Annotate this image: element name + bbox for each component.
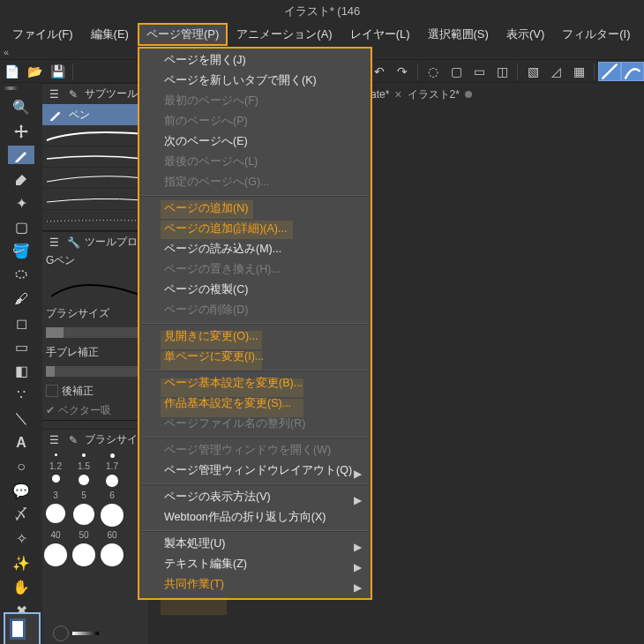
save-icon[interactable]: 💾 xyxy=(46,62,69,81)
size-swatch[interactable] xyxy=(44,453,67,458)
submenu-arrow-icon: ▶ xyxy=(354,464,362,484)
knife-tool-icon[interactable]: 〆 xyxy=(11,505,31,524)
text-tool-icon[interactable]: A xyxy=(11,433,31,452)
menu-file[interactable]: ファイル(F) xyxy=(4,23,82,46)
zoom-tool-icon[interactable]: 🔍 xyxy=(11,98,31,116)
preset-label: Gペン xyxy=(46,253,75,268)
palette-grip[interactable] xyxy=(4,86,39,90)
menu-last-page: 最後のページへ(L) xyxy=(139,152,371,172)
eraser-tool-icon[interactable] xyxy=(11,169,31,188)
menu-single[interactable]: 単ページに変更(I)... xyxy=(139,347,371,367)
wand-tool-icon[interactable]: ✨ xyxy=(11,553,31,572)
snap-grid-icon[interactable]: ▦ xyxy=(567,62,590,81)
size-swatch[interactable] xyxy=(101,453,124,458)
menu-open-new-tab[interactable]: ページを新しいタブで開く(K) xyxy=(139,71,371,91)
stabilization-row[interactable]: 手ブレ補正 xyxy=(42,342,148,362)
menu-open-page[interactable]: ページを開く(J) xyxy=(139,50,371,71)
snap-square-icon[interactable]: ▧ xyxy=(521,62,544,81)
sparkle-tool-icon[interactable]: ✦ xyxy=(11,194,31,213)
menu-work-settings[interactable]: 作品基本設定を変更(S)... xyxy=(139,393,371,414)
size-swatch[interactable] xyxy=(72,543,95,566)
redo-icon[interactable]: ↷ xyxy=(391,62,414,81)
circle-icon[interactable] xyxy=(53,625,69,641)
menu-goto-page: 指定のページへ(G)... xyxy=(139,172,371,192)
menu-del-page: ページの削除(D) xyxy=(139,300,371,320)
menu-dup-page[interactable]: ページの複製(C) xyxy=(139,280,371,300)
size-swatch[interactable] xyxy=(72,453,95,458)
stroke-preview[interactable] xyxy=(42,168,148,189)
menu-view[interactable]: 表示(V) xyxy=(498,23,553,46)
menu-add-page-detail[interactable]: ページの追加(詳細)(A)... xyxy=(139,219,371,239)
invert-icon[interactable]: ◫ xyxy=(490,62,513,81)
pen-tool-icon[interactable] xyxy=(8,146,34,164)
menu-webtoon[interactable]: Webtoon作品の折り返し方向(X) xyxy=(139,507,371,528)
panel-grip-icon[interactable]: ☰ xyxy=(46,86,62,102)
menu-load-page[interactable]: ページの読み込み(M)... xyxy=(139,239,371,259)
menu-select[interactable]: 選択範囲(S) xyxy=(419,23,498,46)
stroke-preview[interactable] xyxy=(42,189,148,210)
shape-tool-icon[interactable]: ◻ xyxy=(11,314,31,333)
brush-tool-icon[interactable]: 🖌 xyxy=(11,289,31,308)
vector-snap-row[interactable]: ✔ベクター吸 xyxy=(42,401,148,420)
menu-page[interactable]: ページ管理(P) xyxy=(138,23,228,46)
snap-diag-icon[interactable]: ◿ xyxy=(544,62,567,81)
hand-tool-icon[interactable]: ✋ xyxy=(11,578,31,596)
menu-layer[interactable]: レイヤー(L) xyxy=(341,23,419,46)
subtool-name: ペン xyxy=(69,108,90,123)
size-swatch[interactable] xyxy=(44,475,67,487)
menu-add-page[interactable]: ページの追加(N) xyxy=(139,198,371,219)
stroke-preview[interactable] xyxy=(42,210,148,231)
stroke-preview[interactable] xyxy=(42,125,148,146)
select-circle-icon[interactable]: ◌ xyxy=(422,62,445,81)
light-tool-icon[interactable]: ✧ xyxy=(11,529,31,548)
menu-anim[interactable]: アニメーション(A) xyxy=(228,23,341,46)
size-label: 1.2 xyxy=(44,461,67,471)
speech-tool-icon[interactable]: 💬 xyxy=(11,482,31,500)
menu-book-proc[interactable]: 製本処理(U)▶ xyxy=(139,534,371,554)
menu-collab[interactable]: 共同作業(T)▶ xyxy=(139,574,371,595)
size-swatch[interactable] xyxy=(72,475,95,487)
panel-grip-icon[interactable]: ☰ xyxy=(46,235,62,251)
brush-size-row[interactable]: ブラシサイズ xyxy=(42,303,148,323)
menu-bar: ファイル(F) 編集(E) ページ管理(P) アニメーション(A) レイヤー(L… xyxy=(0,22,644,47)
menu-page-settings[interactable]: ページ基本設定を変更(B)... xyxy=(139,373,371,393)
post-correction-row[interactable]: 後補正 xyxy=(42,381,148,401)
color-swatch-selector[interactable] xyxy=(4,612,41,644)
menu-spread[interactable]: 見開きに変更(O)... xyxy=(139,326,371,347)
fill-tool-icon[interactable]: 🪣 xyxy=(11,242,31,260)
brush-size-slider[interactable] xyxy=(46,327,145,338)
menu-text-edit[interactable]: テキスト編集(Z)▶ xyxy=(139,554,371,574)
frame-tool-icon[interactable]: ▭ xyxy=(11,338,31,356)
move-tool-icon[interactable] xyxy=(11,122,31,140)
menu-edit[interactable]: 編集(E) xyxy=(82,23,138,46)
size-swatch[interactable] xyxy=(101,504,124,527)
checkbox[interactable] xyxy=(46,385,58,397)
line-tool-icon[interactable]: ＼ xyxy=(11,409,31,428)
menu-pm-layout[interactable]: ページ管理ウィンドウレイアウト(Q)▶ xyxy=(139,461,371,481)
menu-page-display[interactable]: ページの表示方法(V)▶ xyxy=(139,487,371,507)
subtool-selected[interactable]: ペン xyxy=(42,104,148,125)
balloon-tool-icon[interactable]: ○ xyxy=(11,458,31,476)
deselect-icon[interactable]: ▭ xyxy=(468,62,490,81)
menu-next-page[interactable]: 次のページへ(E) xyxy=(139,131,371,152)
panel-grip-icon[interactable]: ☰ xyxy=(46,432,62,448)
size-swatch[interactable] xyxy=(101,475,124,487)
open-icon[interactable]: 📂 xyxy=(23,62,46,81)
size-swatch[interactable] xyxy=(44,543,67,566)
menu-filter[interactable]: フィルター(I) xyxy=(553,23,639,46)
size-swatch[interactable] xyxy=(44,504,67,527)
size-swatch[interactable] xyxy=(72,504,95,527)
menu-window[interactable]: ウィンドウ xyxy=(640,23,645,46)
stabilization-slider[interactable] xyxy=(46,366,145,377)
ruler-line-icon[interactable] xyxy=(598,62,621,81)
stroke-preview[interactable] xyxy=(42,146,148,168)
ruler-curve-icon[interactable] xyxy=(621,62,644,81)
lasso-tool-icon[interactable] xyxy=(11,266,31,284)
gradient-icon[interactable] xyxy=(72,632,99,635)
spray-tool-icon[interactable]: ∵ xyxy=(11,386,31,404)
marquee-tool-icon[interactable]: ▢ xyxy=(11,218,31,236)
select-rect-icon[interactable]: ▢ xyxy=(445,62,468,81)
new-icon[interactable]: 📄 xyxy=(0,62,23,81)
gradient-tool-icon[interactable]: ◧ xyxy=(11,362,31,380)
size-swatch[interactable] xyxy=(101,543,124,566)
